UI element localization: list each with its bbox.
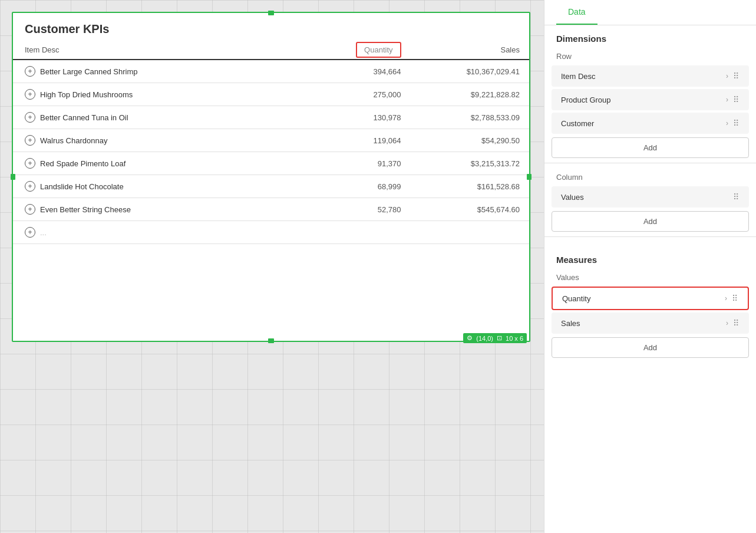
resize-handle-bottom[interactable] [268, 338, 274, 343]
sidebar-item-product-group[interactable]: Product Group › ⠿ [552, 89, 749, 110]
measures-section: Measures Values Quantity › ⠿ Sales › ⠿ A… [544, 242, 756, 358]
add-row-dimension-button[interactable]: Add [552, 137, 749, 158]
dots-icon: ⠿ [733, 71, 740, 81]
sidebar-item-quantity-right: › ⠿ [725, 294, 738, 303]
chevron-icon: › [726, 72, 728, 80]
dimensions-heading: Dimensions [544, 25, 756, 47]
row-expand-icon[interactable]: + [25, 66, 35, 77]
row-expand-icon[interactable]: + [25, 204, 35, 215]
row-expand-icon[interactable]: + [25, 227, 35, 238]
sidebar-item-values-right: ⠿ [733, 192, 740, 202]
gear-icon: ⚙ [467, 334, 473, 342]
table-row: + Walrus Chardonnay 119,064 $54,290.50 [13, 129, 529, 152]
chevron-icon: › [726, 96, 728, 104]
measures-values-label: Values [544, 268, 756, 284]
widget-title: Customer KPIs [13, 13, 529, 41]
chevron-icon: › [726, 319, 728, 327]
sidebar-item-product-group-right: › ⠿ [726, 95, 740, 104]
sidebar-item-values[interactable]: Values ⠿ [552, 186, 749, 208]
row-expand-icon[interactable]: + [25, 181, 35, 192]
row-expand-icon[interactable]: + [25, 135, 35, 146]
column-label: Column [544, 168, 756, 184]
table-row: + Red Spade Pimento Loaf 91,370 $3,215,3… [13, 152, 529, 175]
row-expand-icon[interactable]: + [25, 89, 35, 100]
row-expand-icon[interactable]: + [25, 158, 35, 169]
resize-handle-left[interactable] [11, 174, 15, 180]
resize-icon: ⊡ [497, 334, 502, 342]
col-header-item-desc: Item Desc [13, 41, 297, 60]
dots-icon: ⠿ [732, 294, 738, 303]
dots-icon: ⠿ [733, 119, 740, 128]
dots-icon: ⠿ [733, 318, 740, 328]
sidebar-item-customer-right: › ⠿ [726, 119, 740, 128]
resize-handle-right[interactable] [527, 174, 531, 180]
col-header-quantity[interactable]: Quantity [297, 41, 411, 60]
chevron-icon: › [726, 119, 728, 127]
table-row: + High Top Dried Mushrooms 275,000 $9,22… [13, 83, 529, 106]
sidebar-item-quantity[interactable]: Quantity › ⠿ [552, 287, 749, 310]
dots-icon: ⠿ [733, 95, 740, 104]
table-row: + Better Canned Tuna in Oil 130,978 $2,7… [13, 106, 529, 129]
widget-container: Customer KPIs Item Desc Quantity Sales [12, 12, 530, 342]
sidebar-item-customer[interactable]: Customer › ⠿ [552, 113, 749, 134]
table-header-row: Item Desc Quantity Sales [13, 41, 529, 60]
data-tab[interactable]: Data [556, 0, 597, 25]
row-expand-icon[interactable]: + [25, 112, 35, 123]
divider [544, 163, 756, 163]
chevron-icon: › [725, 294, 727, 302]
col-header-sales: Sales [411, 41, 529, 60]
sidebar-item-item-desc-right: › ⠿ [726, 71, 740, 81]
sidebar-item-sales[interactable]: Sales › ⠿ [552, 312, 749, 334]
add-column-dimension-button[interactable]: Add [552, 211, 749, 232]
sidebar-item-item-desc[interactable]: Item Desc › ⠿ [552, 65, 749, 87]
dots-icon: ⠿ [733, 192, 740, 202]
row-label: Row [544, 47, 756, 63]
sidebar: Data Dimensions Row Item Desc › ⠿ Produc… [544, 0, 756, 533]
measures-heading: Measures [544, 246, 756, 268]
table-row: + ... [13, 221, 529, 244]
table-row: + Better Large Canned Shrimp 394,664 $10… [13, 60, 529, 83]
table-row: + Even Better String Cheese 52,780 $545,… [13, 198, 529, 221]
divider2 [544, 236, 756, 237]
data-table: Item Desc Quantity Sales + Better Large … [13, 41, 529, 244]
resize-handle-top[interactable] [268, 11, 274, 15]
add-measure-button[interactable]: Add [552, 337, 749, 358]
sidebar-item-sales-right: › ⠿ [726, 318, 740, 328]
table-row: + Landslide Hot Chocolate 68,999 $161,52… [13, 175, 529, 198]
position-badge: ⚙ (14,0) ⊡ 10 x 6 [463, 333, 527, 343]
